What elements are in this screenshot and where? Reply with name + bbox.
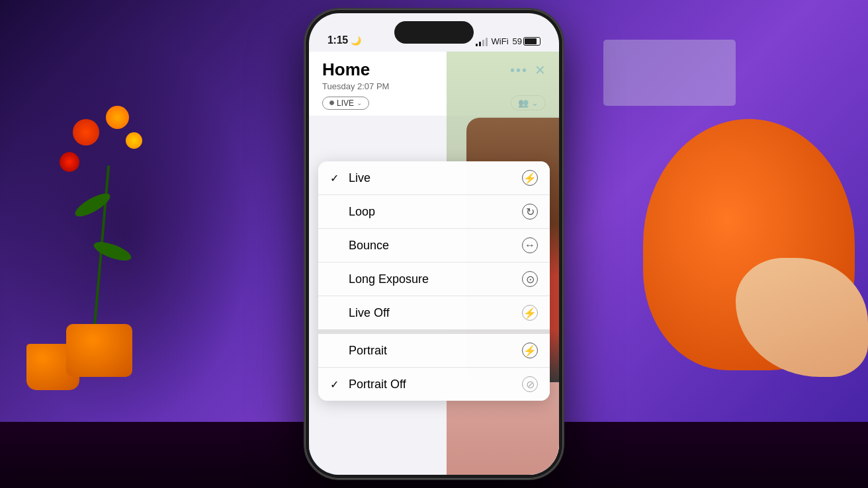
menu-item-long-exposure-left: Long Exposure xyxy=(330,272,429,286)
live-off-label: Live Off xyxy=(349,306,390,320)
live-label-text: Live xyxy=(349,171,370,185)
flower-2 xyxy=(106,106,129,129)
portrait-label: Portrait xyxy=(349,344,387,358)
flower-3 xyxy=(60,152,79,172)
menu-item-live-left: ✓ Live xyxy=(330,171,370,185)
menu-item-bounce[interactable]: Bounce ↔ xyxy=(318,229,550,263)
menu-item-live[interactable]: ✓ Live ⚡ xyxy=(318,161,550,195)
leaf-2 xyxy=(91,238,133,264)
menu-item-loop[interactable]: Loop ↻ xyxy=(318,195,550,229)
dropdown-menu: ✓ Live ⚡ Loop ↻ xyxy=(318,161,550,401)
menu-item-portrait[interactable]: Portrait ⚡ xyxy=(318,334,550,368)
leaf-1 xyxy=(72,189,113,220)
bounce-label: Bounce xyxy=(349,239,389,253)
portrait-off-label: Portrait Off xyxy=(349,378,406,391)
battery-percent: 59 xyxy=(513,36,522,46)
menu-item-long-exposure[interactable]: Long Exposure ⊙ xyxy=(318,263,550,296)
signal-bar-3 xyxy=(482,40,484,46)
signal-icon xyxy=(476,37,488,46)
flower-1 xyxy=(73,119,99,145)
loop-label: Loop xyxy=(349,205,375,219)
phone-screen: 1:15 🌙 WiFi 59 xyxy=(309,13,559,475)
live-icon: ⚡ xyxy=(522,170,538,186)
portrait-off-checkmark: ✓ xyxy=(330,378,342,391)
wifi-icon: WiFi xyxy=(492,36,509,46)
menu-item-portrait-left: Portrait xyxy=(330,344,387,358)
live-label: LIVE xyxy=(337,99,354,108)
shelf xyxy=(603,40,736,106)
photo-title: Home xyxy=(322,60,370,80)
menu-item-live-off-left: Live Off xyxy=(330,306,390,320)
time-text: 1:15 xyxy=(327,34,348,46)
long-exposure-icon: ⊙ xyxy=(522,271,538,287)
left-background xyxy=(0,33,251,430)
signal-bar-2 xyxy=(479,42,481,46)
status-icons: WiFi 59 xyxy=(476,36,541,46)
bounce-icon: ↔ xyxy=(522,237,538,253)
dynamic-island xyxy=(394,21,474,44)
portrait-off-icon: ⊘ xyxy=(522,376,538,392)
live-off-icon: ⚡ xyxy=(522,305,538,321)
menu-item-loop-left: Loop xyxy=(330,205,375,219)
portrait-icon: ⚡ xyxy=(522,343,538,358)
live-checkmark: ✓ xyxy=(330,172,342,184)
phone-body: 1:15 🌙 WiFi 59 xyxy=(305,9,563,479)
status-time: 1:15 🌙 xyxy=(327,34,361,46)
moon-icon: 🌙 xyxy=(351,36,361,46)
orange-container xyxy=(66,324,132,377)
battery-fill xyxy=(525,38,537,44)
menu-item-bounce-left: Bounce xyxy=(330,239,389,253)
live-dot xyxy=(329,101,334,105)
battery-body xyxy=(523,37,541,46)
battery: 59 xyxy=(513,36,541,46)
menu-item-portrait-off-left: ✓ Portrait Off xyxy=(330,378,406,391)
phone: 1:15 🌙 WiFi 59 xyxy=(305,9,563,479)
signal-bar-1 xyxy=(476,44,478,46)
live-badge[interactable]: LIVE ⌄ xyxy=(322,97,369,110)
live-chevron-icon: ⌄ xyxy=(357,99,362,106)
menu-item-live-off[interactable]: Live Off ⚡ xyxy=(318,296,550,330)
long-exposure-label: Long Exposure xyxy=(349,272,429,286)
signal-bar-4 xyxy=(486,38,488,46)
loop-icon: ↻ xyxy=(522,204,538,220)
flower-4 xyxy=(126,132,142,149)
chair-decoration xyxy=(603,99,868,430)
menu-item-portrait-off[interactable]: ✓ Portrait Off ⊘ xyxy=(318,368,550,401)
